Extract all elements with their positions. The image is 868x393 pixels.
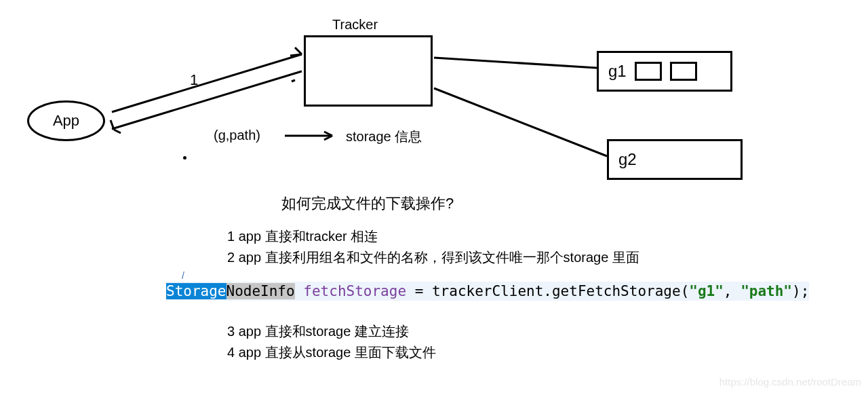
- stray-dot: [183, 156, 186, 160]
- step-3: 3 app 直接和storage 建立连接: [227, 322, 436, 341]
- code-tok-str1: "g1": [689, 283, 724, 299]
- g1-inner-1: [635, 62, 662, 81]
- svg-line-1: [295, 48, 302, 54]
- svg-line-5: [114, 130, 121, 133]
- step-1: 1 app 直接和tracker 相连: [227, 227, 639, 246]
- code-tok-str2: "path": [741, 283, 792, 299]
- edge-1-label: 1: [190, 71, 198, 89]
- svg-line-6: [292, 80, 295, 81]
- g2-node: g2: [607, 139, 743, 180]
- tracker-node: [304, 35, 433, 107]
- diagram-canvas: App Tracker g1 g2 1 (g,path) storage 信息 …: [0, 0, 868, 393]
- svg-line-11: [434, 88, 607, 156]
- svg-line-8: [324, 132, 332, 136]
- question-text: 如何完成文件的下载操作?: [281, 193, 454, 214]
- app-node: App: [27, 100, 105, 141]
- watermark: https://blog.csdn.net/rootDream: [719, 376, 861, 388]
- caret-mark: /: [182, 270, 184, 281]
- g2-label: g2: [618, 150, 637, 169]
- step-4: 4 app 直接从storage 里面下载文件: [227, 343, 436, 362]
- svg-line-10: [434, 58, 597, 68]
- gpath-label: (g,path): [214, 128, 260, 143]
- code-line: StorageNodeInfo fetchStorage = trackerCl…: [166, 282, 809, 301]
- storage-info-label: storage 信息: [346, 128, 422, 146]
- steps-bottom: 3 app 直接和storage 建立连接 4 app 直接从storage 里…: [227, 322, 436, 364]
- code-block: StorageNodeInfo fetchStorage = trackerCl…: [166, 282, 809, 301]
- g1-inner-2: [670, 62, 697, 81]
- svg-line-0: [112, 54, 302, 112]
- svg-line-2: [290, 54, 302, 56]
- svg-line-9: [324, 136, 332, 140]
- code-tok-nodeinfo: NodeInfo: [226, 283, 295, 299]
- tracker-label: Tracker: [332, 17, 378, 33]
- svg-line-4: [111, 120, 114, 130]
- code-tok-storage: Storage: [166, 283, 226, 299]
- svg-line-3: [112, 71, 302, 129]
- code-tok-var: fetchStorage: [303, 283, 406, 299]
- g1-node: g1: [597, 51, 732, 92]
- app-label: App: [53, 112, 79, 130]
- steps-top: 1 app 直接和tracker 相连 2 app 直接利用组名和文件的名称，得…: [227, 227, 639, 269]
- step-2: 2 app 直接利用组名和文件的名称，得到该文件唯一那个storage 里面: [227, 248, 639, 267]
- g1-label: g1: [608, 62, 627, 81]
- code-tok-mid: = trackerClient.getFetchStorage(: [406, 283, 689, 299]
